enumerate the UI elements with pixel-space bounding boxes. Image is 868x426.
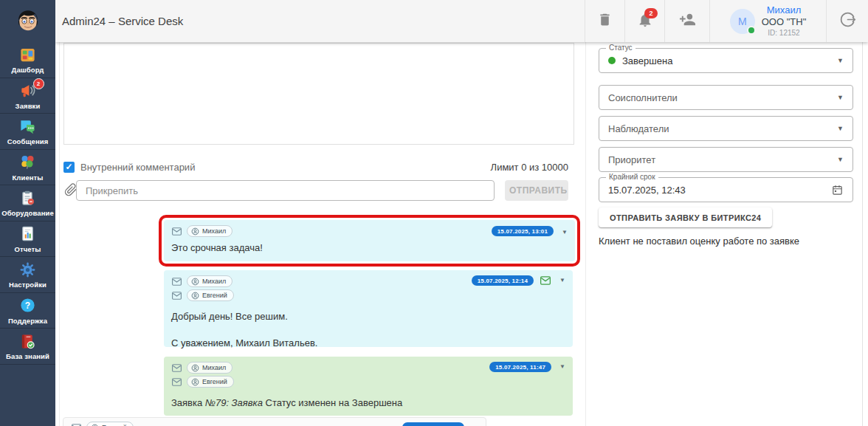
notifications-button[interactable]: 2 bbox=[624, 0, 664, 42]
user-avatar: M bbox=[730, 9, 755, 34]
logout-icon bbox=[839, 11, 856, 31]
rating-note: Клиент не поставил оценку работе по заяв… bbox=[599, 236, 799, 247]
user-avatar-initial: M bbox=[738, 16, 747, 27]
message-bubble: Михаил 15.07.2025, 13:01 ▼ Это срочная з… bbox=[164, 220, 575, 261]
sidebar-item-messages[interactable]: Сообщения bbox=[0, 114, 55, 150]
tickets-badge: 2 bbox=[33, 78, 44, 89]
timestamp-pill: 15.07.2025, 11:47 bbox=[489, 362, 551, 372]
message-bubble: Михаил Евгений 15.07.2025, 12:14 ▼ Добры… bbox=[164, 270, 573, 347]
chevron-down-icon: ▼ bbox=[837, 125, 844, 132]
sidebar-item-label: Настройки bbox=[9, 281, 46, 289]
participant-chip[interactable]: Михаил bbox=[187, 362, 232, 374]
ticket-panel: Статус Завершена ▼ Соисполнители ▼ Наблю… bbox=[585, 42, 868, 426]
logout-button[interactable] bbox=[826, 0, 868, 42]
email-icon bbox=[171, 377, 182, 387]
avatar bbox=[12, 4, 44, 39]
trash-icon bbox=[597, 12, 613, 30]
help-icon: ? bbox=[18, 296, 38, 315]
equipment-icon bbox=[18, 188, 38, 207]
online-status-dot bbox=[747, 26, 756, 35]
participant-chip[interactable]: Евгений bbox=[187, 376, 234, 388]
sidebar: Дашборд 2 Заявки Сообщения Клиенты Обору… bbox=[0, 0, 55, 426]
sidebar-item-knowledge-base[interactable]: База знаний bbox=[0, 329, 55, 365]
email-icon bbox=[71, 423, 82, 426]
internal-comment-checkbox[interactable]: ✓ bbox=[63, 162, 75, 173]
chevron-down-icon[interactable]: ▼ bbox=[559, 277, 565, 284]
comment-editor[interactable] bbox=[63, 43, 574, 145]
message-bubble: Евгений 15.07.2025, 11:46 ▼ bbox=[63, 417, 486, 426]
email-icon bbox=[171, 227, 182, 236]
priority-placeholder: Приоритет bbox=[608, 154, 655, 165]
sidebar-item-settings[interactable]: Настройки bbox=[0, 257, 55, 293]
sidebar-item-label: Поддержка bbox=[8, 317, 47, 325]
chevron-down-icon[interactable]: ▼ bbox=[562, 229, 568, 236]
email-icon bbox=[171, 277, 182, 286]
user-id: ID: 12152 bbox=[768, 29, 799, 38]
sidebar-item-label: База знаний bbox=[6, 352, 49, 360]
chevron-down-icon[interactable]: ▼ bbox=[559, 363, 565, 370]
timestamp-pill: 15.07.2025, 13:01 bbox=[492, 226, 554, 236]
dashboard-icon bbox=[18, 45, 38, 64]
deadline-label: Крайний срок bbox=[606, 173, 658, 181]
message-text: Это срочная задача! bbox=[171, 242, 568, 253]
chevron-down-icon: ▼ bbox=[837, 94, 844, 101]
coexecutors-select[interactable]: Соисполнители ▼ bbox=[599, 85, 853, 110]
priority-select[interactable]: Приоритет ▼ bbox=[599, 147, 853, 172]
sidebar-item-label: Заявки bbox=[16, 102, 41, 110]
user-company: ООО "ТН" bbox=[762, 16, 807, 28]
participant-name: Михаил bbox=[202, 364, 226, 371]
participant-chip[interactable]: Михаил bbox=[187, 275, 232, 287]
deadline-value: 15.07.2025, 12:43 bbox=[608, 185, 686, 196]
user-name: Михаил bbox=[767, 4, 802, 16]
app-header: Admin24 – Service Desk 2 M Михаил bbox=[55, 0, 868, 42]
sidebar-item-tickets[interactable]: 2 Заявки bbox=[0, 78, 55, 114]
observers-select[interactable]: Наблюдатели ▼ bbox=[599, 116, 853, 141]
delete-button[interactable] bbox=[585, 0, 624, 42]
megaphone-icon: 2 bbox=[18, 81, 38, 100]
email-sent-icon bbox=[540, 275, 551, 286]
send-to-bitrix-button[interactable]: ОТПРАВИТЬ ЗАЯВКУ В БИТРИКС24 bbox=[599, 207, 772, 227]
sidebar-item-equipment[interactable]: Оборудование bbox=[0, 185, 55, 221]
chat-icon bbox=[18, 117, 38, 136]
participant-chip[interactable]: Евгений bbox=[86, 422, 134, 426]
participant-name: Евгений bbox=[202, 378, 227, 385]
user-menu[interactable]: M Михаил ООО "ТН" ID: 12152 bbox=[709, 0, 826, 42]
app-title: Admin24 – Service Desk bbox=[62, 15, 183, 27]
sidebar-item-dashboard[interactable]: Дашборд bbox=[0, 42, 55, 78]
chevron-down-icon: ▼ bbox=[837, 57, 844, 64]
sidebar-item-reports[interactable]: Отчеты bbox=[0, 221, 55, 258]
message-bubble: Михаил Евгений 15.07.2025, 11:47 ▼ Заявк… bbox=[164, 357, 573, 416]
email-icon bbox=[171, 291, 182, 300]
status-select[interactable]: Статус Завершена ▼ bbox=[599, 48, 853, 73]
sidebar-item-label: Оборудование bbox=[1, 209, 54, 217]
header-actions: 2 M Михаил ООО "ТН" ID: 12152 bbox=[585, 0, 868, 42]
timestamp-pill: 15.07.2025, 11:46 bbox=[402, 422, 464, 426]
participant-name: Михаил bbox=[202, 278, 226, 285]
sidebar-item-label: Сообщения bbox=[7, 137, 49, 145]
person-add-icon bbox=[679, 11, 696, 31]
composer-options-row: ✓ Внутренний комментарий Лимит 0 из 1000… bbox=[63, 162, 568, 173]
sidebar-item-label: Дашборд bbox=[12, 66, 44, 74]
reports-icon bbox=[18, 224, 38, 244]
sidebar-item-support[interactable]: ? Поддержка bbox=[0, 293, 55, 329]
timestamp-pill: 15.07.2025, 12:14 bbox=[472, 275, 534, 286]
panel-scrollbar[interactable] bbox=[862, 42, 863, 426]
send-button[interactable]: ОТПРАВИТЬ bbox=[505, 180, 568, 201]
coexecutors-placeholder: Соисполнители bbox=[608, 92, 678, 103]
sidebar-item-clients[interactable]: Клиенты bbox=[0, 150, 55, 186]
status-value: Завершена bbox=[622, 55, 672, 66]
user-info: Михаил ООО "ТН" ID: 12152 bbox=[762, 4, 807, 38]
calendar-icon[interactable] bbox=[831, 184, 844, 196]
svg-text:?: ? bbox=[25, 300, 30, 311]
add-user-button[interactable] bbox=[664, 0, 709, 42]
message-text: С уважением, Михаил Витальев. bbox=[171, 337, 565, 348]
participant-chip[interactable]: Михаил bbox=[187, 225, 232, 237]
message-text: Заявка №79: Заявка Статус изменен на Зав… bbox=[171, 397, 565, 408]
attach-input[interactable] bbox=[76, 180, 495, 201]
sidebar-item-label: Клиенты bbox=[12, 174, 43, 182]
app-logo[interactable] bbox=[0, 0, 55, 42]
participant-chip[interactable]: Евгений bbox=[187, 289, 234, 301]
internal-comment-label: Внутренний комментарий bbox=[80, 162, 195, 173]
deadline-input[interactable]: Крайний срок 15.07.2025, 12:43 bbox=[599, 177, 853, 202]
participant-name: Михаил bbox=[202, 227, 226, 235]
